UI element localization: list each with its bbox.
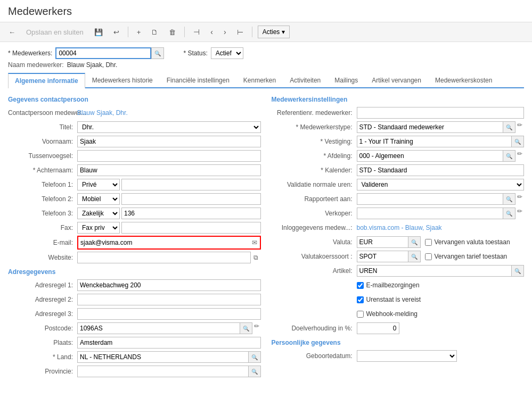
adresregel1-input[interactable]	[77, 279, 261, 291]
artikel-input[interactable]	[357, 265, 512, 277]
medewerkertype-edit-icon[interactable]: ✏	[515, 121, 524, 133]
contact-link[interactable]: Blauw Sjaak, Dhr.	[77, 109, 128, 117]
inloggegevens-label: Inloggegevens medew...:	[272, 224, 357, 231]
webhook-label[interactable]: Webhook-melding	[357, 310, 525, 318]
personal-section-title: Persoonlijke gegevens	[272, 339, 525, 346]
save-close-button[interactable]: Opslaan en sluiten	[23, 27, 87, 38]
nav-next-button[interactable]: ›	[220, 26, 230, 38]
employee-search-icon[interactable]: 🔍	[151, 47, 164, 59]
valutakoers-search-icon[interactable]: 🔍	[408, 251, 421, 262]
adresregel1-label: Adresregel 1:	[8, 281, 77, 289]
website-link-icon: ⧉	[251, 254, 261, 261]
urenstaat-checkbox[interactable]	[357, 296, 364, 303]
acties-button[interactable]: Acties ▾	[258, 26, 290, 38]
back-button[interactable]: ←	[5, 27, 19, 38]
tab-activiteiten[interactable]: Activiteiten	[283, 73, 328, 87]
medewerkertype-label: * Medewerkerstype:	[272, 123, 357, 131]
copy-button[interactable]: 🗋	[148, 27, 161, 38]
tab-algemene[interactable]: Algemene informatie	[8, 73, 85, 88]
verkoper-edit-icon[interactable]: ✏	[515, 208, 524, 219]
contact-label: Contactpersoon medewer...	[8, 109, 77, 117]
urenstaat-label[interactable]: Urenstaat is vereist	[357, 296, 525, 303]
tussenvoegsel-label: Tussenvoegsel:	[8, 152, 77, 160]
land-label: * Land:	[8, 353, 77, 361]
add-button[interactable]: +	[134, 27, 144, 38]
tab-financiele[interactable]: Financiële instellingen	[160, 73, 236, 87]
fax-type[interactable]: Fax priv	[77, 222, 120, 234]
geboortedatum-select[interactable]	[357, 350, 457, 362]
nav-prev-button[interactable]: ‹	[207, 26, 216, 38]
telefoon1-type[interactable]: Privé	[77, 179, 120, 190]
validatie-select[interactable]: Valideren	[357, 179, 525, 190]
website-input[interactable]	[77, 252, 251, 263]
inloggegevens-link[interactable]: bob.visma.com - Blauw, Sjaak	[357, 224, 442, 231]
valuta-checkbox[interactable]	[425, 239, 432, 246]
tab-historie[interactable]: Medewerkers historie	[85, 73, 160, 87]
emailbezorgingen-label[interactable]: E-mailbezorgingen	[357, 281, 525, 289]
telefoon1-input[interactable]	[121, 179, 261, 190]
telefoon3-input[interactable]	[121, 208, 261, 219]
telefoon3-type[interactable]: Zakelijk	[77, 208, 120, 219]
valutakoers-input[interactable]	[357, 251, 408, 262]
telefoon2-input[interactable]	[121, 193, 261, 205]
adresregel3-input[interactable]	[77, 308, 261, 320]
postcode-edit-icon[interactable]: ✏	[252, 322, 261, 334]
vestiging-search-icon[interactable]: 🔍	[511, 136, 524, 147]
tab-artikel[interactable]: Artikel vervangen	[365, 73, 428, 87]
contact-section-title: Gegevens contactpersoon	[8, 96, 261, 103]
rapporteert-edit-icon[interactable]: ✏	[515, 193, 524, 205]
valuta-search-icon[interactable]: 🔍	[408, 236, 421, 248]
rapporteert-input[interactable]	[357, 193, 503, 205]
land-input[interactable]	[77, 351, 248, 363]
valuta-check-label[interactable]: Vervangen valuta toestaan	[425, 238, 510, 246]
postcode-input[interactable]	[77, 322, 240, 334]
fax-input[interactable]	[121, 222, 261, 234]
achternaam-input[interactable]	[77, 164, 261, 176]
tarief-check-label[interactable]: Vervangen tarief toestaan	[425, 253, 508, 260]
status-select[interactable]: Actief	[211, 47, 243, 59]
artikel-search-icon[interactable]: 🔍	[511, 265, 524, 277]
nav-first-button[interactable]: ⊣	[190, 26, 203, 38]
undo-button[interactable]: ↩	[110, 27, 122, 38]
medewerkertype-input[interactable]	[357, 121, 503, 133]
afdeling-edit-icon[interactable]: ✏	[515, 150, 524, 162]
plaats-label: Plaats:	[8, 339, 77, 346]
verkoper-search-icon[interactable]: 🔍	[503, 208, 515, 219]
postcode-search-icon[interactable]: 🔍	[240, 322, 252, 334]
save-button[interactable]: 💾	[91, 27, 106, 38]
employee-id-input[interactable]	[55, 47, 151, 59]
employee-name: Blauw Sjaak, Dhr.	[67, 61, 118, 69]
land-search-icon[interactable]: 🔍	[248, 351, 261, 363]
valuta-input[interactable]	[357, 236, 408, 248]
voornaam-input[interactable]	[77, 136, 261, 147]
separator-1	[128, 27, 128, 37]
titel-select[interactable]: Dhr.	[77, 121, 261, 133]
email-input[interactable]	[78, 237, 249, 248]
provincie-input[interactable]	[77, 366, 248, 377]
afdeling-search-icon[interactable]: 🔍	[503, 150, 515, 162]
plaats-input[interactable]	[77, 337, 261, 349]
provincie-search-icon[interactable]: 🔍	[248, 366, 261, 377]
tussenvoegsel-input[interactable]	[77, 150, 261, 162]
afdeling-input[interactable]	[357, 150, 503, 162]
webhook-checkbox[interactable]	[357, 311, 364, 318]
rapporteert-search-icon[interactable]: 🔍	[503, 193, 515, 205]
verkoper-input[interactable]	[357, 208, 503, 219]
kalender-input[interactable]	[357, 164, 525, 176]
medewerkertype-search-icon[interactable]: 🔍	[503, 121, 515, 133]
name-label: Naam medewerker:	[8, 61, 64, 69]
emailbezorgingen-checkbox[interactable]	[357, 282, 364, 289]
referentienr-input[interactable]	[357, 107, 525, 119]
vestiging-input[interactable]	[357, 136, 512, 147]
nav-last-button[interactable]: ⊢	[234, 26, 247, 38]
telefoon2-type[interactable]: Mobiel	[77, 193, 120, 205]
tab-kenmerken[interactable]: Kenmerken	[236, 73, 283, 87]
tab-mailings[interactable]: Mailings	[328, 73, 365, 87]
separator-3	[252, 27, 252, 37]
doelverhouding-input[interactable]	[357, 322, 399, 334]
tab-kosten[interactable]: Medewerkerskosten	[428, 73, 499, 87]
delete-button[interactable]: 🗑	[166, 27, 179, 38]
adresregel2-input[interactable]	[77, 294, 261, 305]
tarief-checkbox[interactable]	[425, 253, 432, 260]
provincie-label: Provincie:	[8, 368, 77, 375]
